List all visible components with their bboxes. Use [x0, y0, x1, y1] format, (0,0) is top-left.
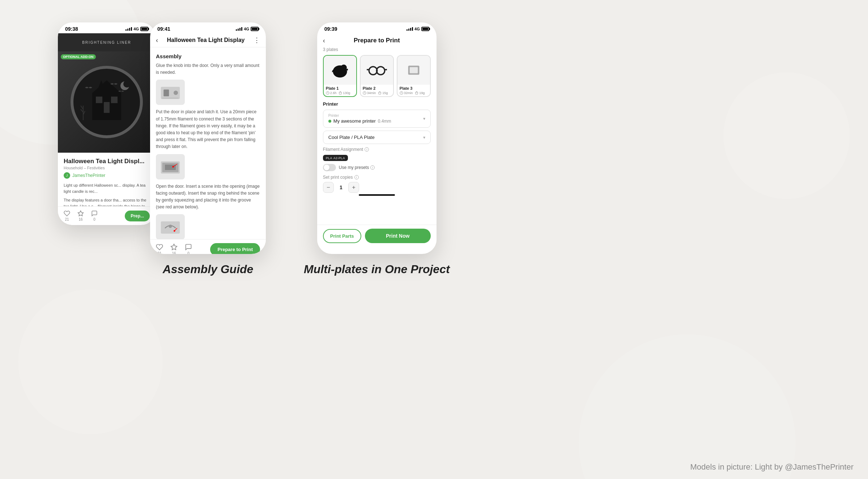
copies-increase-button[interactable]: [348, 182, 359, 193]
printer-dropdown-content: Printer My awesome printer 0.4mm: [328, 114, 391, 124]
plate1-preview: [324, 56, 356, 85]
plate-type-chevron-icon: ▾: [423, 135, 425, 140]
plate-card-1[interactable]: Plate 1 2.6h 130g: [323, 55, 357, 97]
filament-section: Filament Assignment i PLA A2-PLA Use my …: [317, 147, 437, 171]
presets-info-icon: i: [370, 165, 375, 170]
phone2-signal-icon: [236, 27, 242, 31]
clock-icon-3: [400, 91, 403, 95]
phone1-like-action[interactable]: 21: [64, 210, 70, 221]
filament-badge: PLA A2-PLA: [323, 155, 348, 161]
use-presets-row: Use my presets i: [323, 164, 431, 171]
author-name: JamesThePrinter: [72, 173, 105, 178]
phone1-category: Household – Festivities: [64, 166, 150, 170]
phone2-prepare-button[interactable]: Prepare to Print: [210, 243, 260, 254]
filament-info-icon: i: [365, 147, 369, 152]
assembly-img-2-svg: [159, 158, 181, 176]
phone1-prepare-button[interactable]: Prep...: [125, 211, 150, 221]
plate3-info: Plate 3 32min 19g: [397, 85, 430, 96]
plate3-time: 32min: [404, 91, 413, 95]
plate2-name: Plate 2: [363, 86, 391, 90]
plate3-stats: 32min 19g: [400, 91, 428, 95]
phone2-time: 09:41: [157, 26, 170, 32]
printer-dropdown[interactable]: Printer My awesome printer 0.4mm ▾: [323, 110, 431, 128]
phone2-footer: 21 16 0 Prepare to Print: [150, 239, 266, 254]
heart-icon: [64, 210, 70, 217]
phone1-time: 09:38: [65, 26, 78, 32]
printer-chevron-icon: ▾: [423, 116, 425, 121]
clock-icon: [326, 91, 329, 95]
phone2-header: ‹ Halloween Tea Light Display ⋮: [150, 33, 266, 47]
plate1-time-stat: 2.6h: [326, 91, 337, 95]
print-now-button[interactable]: Print Now: [365, 229, 431, 243]
printer-nozzle: 0.4mm: [378, 119, 391, 124]
phone2-comment-icon: [185, 243, 192, 251]
phone1-star-action[interactable]: 16: [77, 210, 84, 221]
plate1-weight-stat: 130g: [339, 91, 350, 95]
phone2-more-button[interactable]: ⋮: [254, 36, 260, 44]
svg-point-22: [369, 67, 377, 75]
phone1-wrapper: 09:38 4G BRIGHTENING LINER OPTIO: [58, 22, 156, 225]
phone2-star-action[interactable]: 16: [170, 243, 178, 254]
phone3-status-bar: 09:39 4G: [317, 22, 437, 33]
assembly-img-1-svg: [159, 83, 181, 101]
svg-point-15: [169, 225, 172, 228]
signal-icon: [125, 27, 132, 31]
filament-sub: A2-PLA: [333, 156, 345, 160]
svg-point-20: [341, 65, 347, 71]
plate1-name: Plate 1: [326, 86, 354, 90]
phone1-footer: 21 16 0 Prep...: [58, 206, 156, 225]
plate-type-value: Cool Plate / PLA Plate: [328, 135, 375, 140]
plate1-time: 2.6h: [330, 91, 337, 95]
phone1-description: Light up different Halloween sc... displ…: [64, 182, 150, 194]
printer-status-dot: [328, 120, 331, 123]
svg-marker-18: [171, 244, 177, 250]
footer-note: Models in picture: Light by @JamesThePri…: [690, 462, 854, 472]
copies-decrease-button[interactable]: [323, 182, 334, 193]
phone1-author-row: J JamesThePrinter: [64, 172, 150, 179]
assembly-image-3: [156, 214, 185, 239]
phone1-header: BRIGHTENING LINER: [58, 33, 156, 51]
plate3-name: Plate 3: [400, 86, 428, 90]
phone3-back-button[interactable]: ‹: [323, 37, 325, 44]
plate3-weight-stat: 19g: [415, 91, 425, 95]
assembly-image-1: [156, 80, 185, 105]
plate2-weight-stat: 15g: [378, 91, 388, 95]
phone3-footer: Print Parts Print Now: [317, 225, 437, 247]
like-count: 21: [65, 217, 69, 221]
svg-rect-11: [165, 165, 176, 170]
plate3-preview: [397, 56, 430, 85]
phone1-frame: 09:38 4G BRIGHTENING LINER OPTIO: [58, 22, 156, 225]
copies-row: 1: [323, 182, 431, 193]
phone3-signal-icon: [407, 27, 413, 31]
phone2-title: Halloween Tea Light Display: [158, 37, 254, 43]
plate-card-2[interactable]: Plate 2 34min 15g: [360, 55, 394, 97]
phone3-network-type: 4G: [414, 27, 420, 31]
printer-dropdown-label: Printer: [328, 114, 391, 118]
plates-label: 3 plates: [317, 47, 437, 55]
copies-label-text: Set print copies: [323, 175, 353, 180]
plate3-weight: 19g: [419, 91, 425, 95]
haunted-house-svg: [78, 73, 136, 131]
printer-section-label: Printer: [323, 101, 431, 107]
phone2-like-action[interactable]: 21: [156, 243, 163, 254]
plate1-weight: 130g: [343, 91, 350, 95]
phone2-comment-action[interactable]: 0: [185, 243, 192, 254]
use-presets-toggle[interactable]: [323, 164, 336, 171]
print-parts-button[interactable]: Print Parts: [323, 229, 361, 243]
plate2-stats: 34min 15g: [363, 91, 391, 95]
weight-icon-2: [378, 91, 382, 95]
phone1-comment-action[interactable]: 0: [91, 210, 98, 221]
plate2-svg: [364, 59, 390, 81]
phone3-title: Prepare to Print: [354, 37, 400, 44]
plate-type-dropdown[interactable]: Cool Plate / PLA Plate ▾: [323, 131, 431, 144]
weight-icon: [339, 91, 342, 95]
phone2-network-type: 4G: [244, 27, 249, 31]
copies-label: Set print copies i: [323, 175, 431, 180]
plate2-info: Plate 2 34min 15g: [361, 85, 393, 96]
phone2-status-bar: 09:41 4G: [150, 22, 266, 33]
plus-icon: [351, 185, 356, 190]
plate2-weight: 15g: [382, 91, 388, 95]
filament-label-text: Filament Assignment: [323, 147, 363, 152]
plate-card-3[interactable]: Plate 3 32min 19g: [397, 55, 431, 97]
phone1-badge: OPTIONAL ADD-ON: [61, 54, 96, 59]
